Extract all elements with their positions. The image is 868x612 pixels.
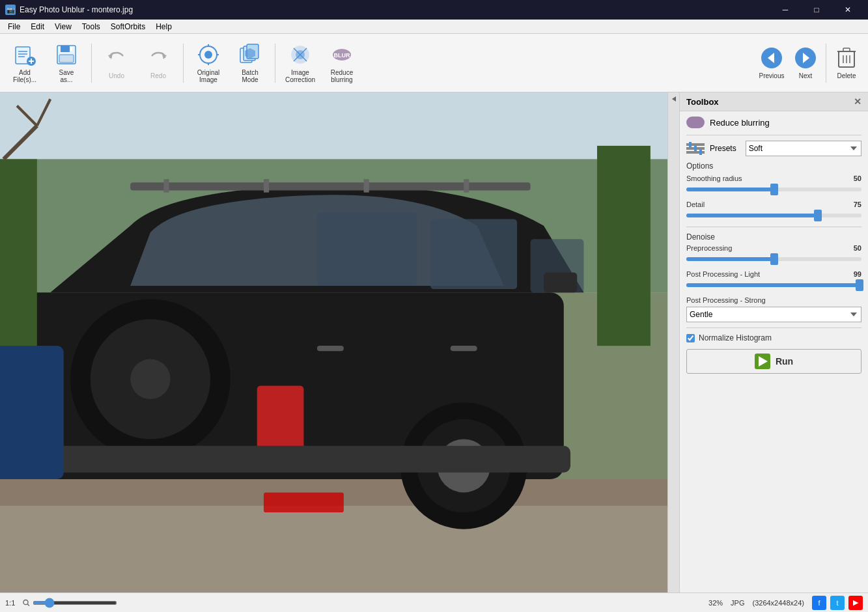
- svg-rect-34: [843, 48, 850, 51]
- photo-canvas: [0, 92, 667, 592]
- status-bar: 1:1 32% JPG (3264x2448x24) f t ▶: [0, 592, 868, 612]
- toolbar-separator-3: [275, 44, 275, 83]
- toolbox-panel: Toolbox ✕ Reduce blurring: [679, 92, 868, 592]
- menu-tools[interactable]: Tools: [77, 21, 105, 33]
- menu-softorbits[interactable]: SoftOrbits: [105, 21, 150, 33]
- save-as-button[interactable]: Saveas...: [47, 38, 86, 89]
- add-files-label: AddFile(s)...: [13, 69, 36, 83]
- toolbar-separator-2: [183, 44, 184, 83]
- normalize-histogram-checkbox[interactable]: [686, 334, 695, 342]
- detail-label-row: Detail 75: [686, 201, 861, 208]
- image-correction-label: ImageCorrection: [285, 69, 315, 83]
- normalize-histogram-label: Normalize Histogram: [699, 333, 772, 342]
- previous-button[interactable]: Previous: [755, 38, 788, 89]
- preprocessing-row: Preprocessing 50: [686, 244, 861, 265]
- redo-label: Redo: [150, 72, 166, 79]
- menu-file[interactable]: File: [3, 21, 25, 33]
- svg-text:BLUR: BLUR: [334, 52, 350, 59]
- minimize-button[interactable]: ─: [770, 0, 800, 20]
- reduce-blurring-title: Reduce blurring: [710, 118, 770, 128]
- maximize-button[interactable]: □: [802, 0, 832, 20]
- detail-label: Detail: [686, 201, 705, 208]
- toolbox-title: Toolbox: [686, 97, 719, 107]
- redo-button[interactable]: Redo: [139, 38, 178, 89]
- file-dimensions: (3264x2448x24): [752, 599, 804, 607]
- add-files-button[interactable]: AddFile(s)...: [5, 38, 44, 89]
- options-title: Options: [686, 161, 861, 171]
- title-bar: 📷 Easy Photo Unblur - montero.jpg ─ □ ✕: [0, 0, 868, 20]
- correction-icon: [288, 43, 312, 66]
- svg-rect-55: [317, 346, 344, 351]
- undo-icon: [105, 46, 128, 70]
- reduce-blurring-button[interactable]: BLUR Reduceblurring: [322, 38, 361, 89]
- toolbar: AddFile(s)... Saveas... Undo: [0, 34, 868, 92]
- toolbox-close-button[interactable]: ✕: [854, 96, 861, 107]
- svg-rect-61: [364, 179, 369, 192]
- svg-point-49: [130, 359, 170, 399]
- save-as-label: Saveas...: [59, 69, 74, 83]
- preprocessing-value: 50: [854, 244, 861, 252]
- svg-rect-64: [0, 346, 64, 479]
- svg-rect-45: [430, 219, 517, 290]
- batch-mode-button[interactable]: BatchMode: [231, 38, 270, 89]
- divider-1: [686, 135, 861, 135]
- detail-track: [686, 214, 861, 217]
- undo-button[interactable]: Undo: [97, 38, 136, 89]
- original-image-button[interactable]: OriginalImage: [189, 38, 228, 89]
- toolbox-header: Toolbox ✕: [680, 92, 868, 111]
- facebook-icon[interactable]: f: [812, 596, 826, 610]
- svg-rect-9: [59, 55, 74, 63]
- close-button[interactable]: ✕: [833, 0, 863, 20]
- divider-3: [686, 327, 861, 328]
- undo-label: Undo: [109, 72, 124, 79]
- preprocessing-fill: [686, 257, 774, 261]
- toolbox-collapse-button[interactable]: [667, 92, 679, 592]
- svg-rect-44: [317, 212, 417, 286]
- original-image-label: OriginalImage: [197, 69, 219, 83]
- batch-mode-label: BatchMode: [242, 69, 259, 83]
- detail-row: Detail 75: [686, 201, 861, 221]
- delete-button[interactable]: Delete: [830, 38, 863, 89]
- toolbar-right: Previous Next Delete: [755, 38, 863, 89]
- menu-help[interactable]: Help: [150, 21, 177, 33]
- svg-rect-59: [163, 179, 169, 192]
- image-area[interactable]: [0, 92, 667, 592]
- svg-marker-11: [108, 54, 113, 59]
- svg-line-80: [27, 604, 29, 605]
- smoothing-radius-fill: [686, 188, 774, 191]
- next-button[interactable]: Next: [789, 38, 822, 89]
- delete-label: Delete: [837, 72, 856, 79]
- menu-view[interactable]: View: [49, 21, 77, 33]
- run-button[interactable]: Run: [686, 349, 861, 374]
- svg-rect-10: [70, 47, 72, 51]
- zoom-slider[interactable]: [33, 601, 117, 605]
- next-label: Next: [799, 72, 813, 79]
- title-bar-left: 📷 Easy Photo Unblur - montero.jpg: [5, 5, 133, 15]
- menu-edit[interactable]: Edit: [25, 21, 49, 33]
- run-button-label: Run: [776, 356, 793, 367]
- status-right: 32% JPG (3264x2448x24) f t ▶: [708, 596, 863, 610]
- preprocessing-track: [686, 257, 861, 261]
- smoothing-radius-label-row: Smoothing radius 50: [686, 174, 861, 182]
- youtube-icon[interactable]: ▶: [848, 596, 863, 610]
- svg-rect-62: [464, 179, 469, 192]
- zoom-percent: 32%: [708, 599, 723, 607]
- presets-select[interactable]: Soft Medium Strong Custom: [746, 141, 861, 156]
- detail-thumb: [814, 210, 822, 221]
- svg-rect-8: [61, 46, 70, 52]
- svg-point-14: [204, 51, 212, 59]
- post-processing-strong-select[interactable]: Gentle Medium Strong: [686, 307, 861, 322]
- post-processing-light-row: Post Processing - Light 99: [686, 270, 861, 291]
- detail-fill: [686, 214, 818, 217]
- svg-rect-42: [0, 506, 667, 592]
- batch-icon: [238, 43, 262, 66]
- post-processing-light-value: 99: [854, 270, 861, 278]
- post-processing-light-fill: [686, 283, 860, 287]
- twitter-icon[interactable]: t: [830, 596, 845, 610]
- redo-icon: [147, 46, 170, 70]
- svg-rect-66: [597, 146, 651, 346]
- save-icon: [55, 43, 78, 66]
- svg-marker-12: [162, 54, 167, 59]
- image-correction-button[interactable]: ImageCorrection: [281, 38, 320, 89]
- menu-bar: File Edit View Tools SoftOrbits Help: [0, 20, 868, 34]
